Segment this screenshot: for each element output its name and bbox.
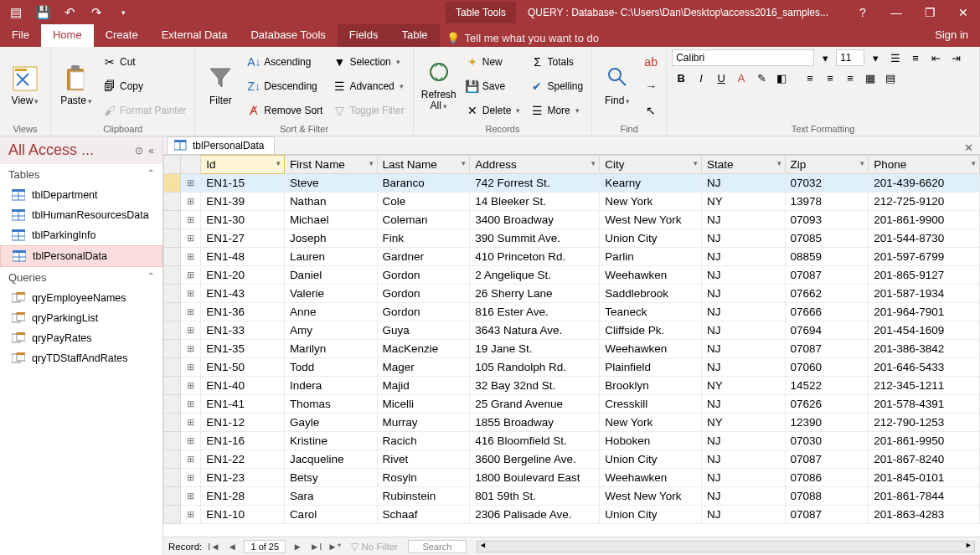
cell[interactable]: Steve xyxy=(284,174,377,193)
datasheet-grid[interactable]: Id▾First Name▾Last Name▾Address▾City▾Sta… xyxy=(163,155,980,537)
cell[interactable]: Sara xyxy=(284,487,377,506)
table-row[interactable]: ⊞EN1-36AnneGordon816 Ester Ave.TeaneckNJ… xyxy=(164,303,980,321)
bullets-icon[interactable]: ☰ xyxy=(886,49,905,66)
cell[interactable]: 19 Jane St. xyxy=(470,340,600,358)
cell[interactable]: Thomas xyxy=(284,395,377,414)
nav-pane-header[interactable]: All Access ... ⊙« xyxy=(0,136,162,164)
cell[interactable]: Fink xyxy=(377,229,470,248)
bold-button[interactable]: B xyxy=(672,69,690,86)
close-tab-icon[interactable]: ✕ xyxy=(957,141,980,154)
column-dropdown-icon[interactable]: ▾ xyxy=(591,159,596,167)
expand-icon[interactable]: ⊞ xyxy=(180,211,200,229)
new-record-nav-button[interactable]: ►* xyxy=(328,542,341,552)
cell[interactable]: New York xyxy=(600,193,702,211)
cell[interactable]: EN1-16 xyxy=(201,432,285,450)
nav-collapse-icon[interactable]: « xyxy=(148,145,154,157)
cell[interactable]: Gordon xyxy=(377,285,470,303)
spelling-button[interactable]: ✔Spelling xyxy=(527,77,586,95)
nav-item-tblpersonaldata[interactable]: tblPersonalData xyxy=(0,245,162,267)
nav-item-qryparkinglist[interactable]: qryParkingList xyxy=(0,308,162,328)
tab-file[interactable]: File xyxy=(0,24,41,47)
cell[interactable]: NJ xyxy=(701,321,785,340)
cell[interactable]: Mager xyxy=(377,358,470,377)
fill-color-button[interactable]: ◧ xyxy=(772,69,791,86)
sign-in[interactable]: Sign in xyxy=(923,24,980,47)
cell[interactable]: EN1-12 xyxy=(201,414,285,432)
table-row[interactable]: ⊞EN1-33AmyGuya3643 Natura Ave.Cliffside … xyxy=(164,321,980,340)
cell[interactable]: 1855 Broadway xyxy=(470,414,600,432)
table-row[interactable]: ⊞EN1-20DanielGordon2 Angelique St.Weehaw… xyxy=(164,266,980,285)
column-dropdown-icon[interactable]: ▾ xyxy=(972,159,976,167)
align-center-button[interactable]: ≡ xyxy=(821,69,839,86)
refresh-all-button[interactable]: Refresh All xyxy=(419,49,459,122)
row-selector[interactable] xyxy=(164,340,181,358)
cell[interactable]: 201-861-9950 xyxy=(869,432,980,450)
cell[interactable]: 201-578-4391 xyxy=(869,395,980,414)
cell[interactable]: Nathan xyxy=(284,193,377,211)
cell[interactable]: 201-861-9900 xyxy=(869,211,980,229)
expand-icon[interactable]: ⊞ xyxy=(180,358,200,377)
cell[interactable]: EN1-22 xyxy=(201,450,285,469)
cell[interactable]: NJ xyxy=(701,487,785,506)
cell[interactable]: 07085 xyxy=(785,229,869,248)
tab-external-data[interactable]: External Data xyxy=(150,24,240,47)
column-header-first-name[interactable]: First Name▾ xyxy=(284,156,377,174)
cell[interactable]: 07087 xyxy=(785,450,869,469)
find-button[interactable]: Find xyxy=(597,49,637,122)
cell[interactable]: Hoboken xyxy=(600,432,702,450)
selection-button[interactable]: ▼Selection xyxy=(329,53,407,71)
cut-button[interactable]: ✂Cut xyxy=(100,53,189,71)
cell[interactable]: Cliffside Pk. xyxy=(600,321,702,340)
cell[interactable]: 742 Forrest St. xyxy=(470,174,600,193)
cell[interactable]: 201-863-4283 xyxy=(869,506,980,524)
table-row[interactable]: ⊞EN1-39NathanCole14 Bleeker St.New YorkN… xyxy=(164,193,980,211)
row-selector[interactable] xyxy=(164,469,181,487)
column-header-state[interactable]: State▾ xyxy=(701,156,785,174)
cell[interactable]: 201-587-1934 xyxy=(869,285,980,303)
font-name-dropdown[interactable]: ▾ xyxy=(816,49,834,66)
goto-button[interactable]: → xyxy=(641,77,661,95)
cell[interactable]: Lauren xyxy=(284,248,377,266)
cell[interactable]: Todd xyxy=(284,358,377,377)
cell[interactable]: EN1-35 xyxy=(201,340,285,358)
cell[interactable]: 3600 Bergeline Ave. xyxy=(470,450,600,469)
cell[interactable]: 3643 Natura Ave. xyxy=(470,321,600,340)
column-dropdown-icon[interactable]: ▾ xyxy=(777,159,781,167)
cell[interactable]: Union City xyxy=(600,450,702,469)
cell[interactable]: 2 Angelique St. xyxy=(470,266,600,285)
cell[interactable]: Micelli xyxy=(377,395,470,414)
row-selector[interactable] xyxy=(164,174,181,193)
nav-item-tblhumanresourcesdata[interactable]: tblHumanResourcesData xyxy=(0,205,162,225)
column-dropdown-icon[interactable]: ▾ xyxy=(369,159,374,167)
cell[interactable]: Joseph xyxy=(284,229,377,248)
toggle-filter-button[interactable]: ▽Toggle Filter xyxy=(329,101,407,120)
column-dropdown-icon[interactable]: ▾ xyxy=(694,159,698,167)
totals-button[interactable]: ΣTotals xyxy=(527,53,586,71)
cell[interactable]: EN1-43 xyxy=(201,285,285,303)
cell[interactable]: Union City xyxy=(600,506,702,524)
cell[interactable]: EN1-41 xyxy=(201,395,285,414)
cell[interactable]: 201-454-1609 xyxy=(869,321,980,340)
table-row[interactable]: ⊞EN1-40InderaMajid32 Bay 32nd St.Brookly… xyxy=(164,377,980,395)
cell[interactable]: 201-865-9127 xyxy=(869,266,980,285)
remove-sort-button[interactable]: A̸Remove Sort xyxy=(244,101,326,120)
advanced-button[interactable]: ☰Advanced xyxy=(329,77,407,95)
cell[interactable]: 07088 xyxy=(785,487,869,506)
row-selector[interactable] xyxy=(164,395,181,414)
object-tab-tblpersonaldata[interactable]: tblPersonalData xyxy=(167,136,275,154)
table-row[interactable]: ⊞EN1-15SteveBaranco742 Forrest St.Kearny… xyxy=(164,174,980,193)
expand-icon[interactable]: ⊞ xyxy=(180,321,200,340)
cell[interactable]: Gardner xyxy=(377,248,470,266)
cell[interactable]: EN1-20 xyxy=(201,266,285,285)
new-record-button[interactable]: ✦New xyxy=(462,53,524,71)
cell[interactable]: EN1-23 xyxy=(201,469,285,487)
more-button[interactable]: ☰More xyxy=(527,101,586,120)
expand-icon[interactable]: ⊞ xyxy=(180,266,200,285)
cell[interactable]: Weehawken xyxy=(600,469,702,487)
cell[interactable]: Rosyln xyxy=(377,469,470,487)
cell[interactable]: 816 Ester Ave. xyxy=(470,303,600,321)
cell[interactable]: 410 Princeton Rd. xyxy=(470,248,600,266)
cell[interactable]: Baranco xyxy=(377,174,470,193)
table-row[interactable]: ⊞EN1-16KristineRacich416 Bloomfield St.H… xyxy=(164,432,980,450)
cell[interactable]: 14 Bleeker St. xyxy=(470,193,600,211)
